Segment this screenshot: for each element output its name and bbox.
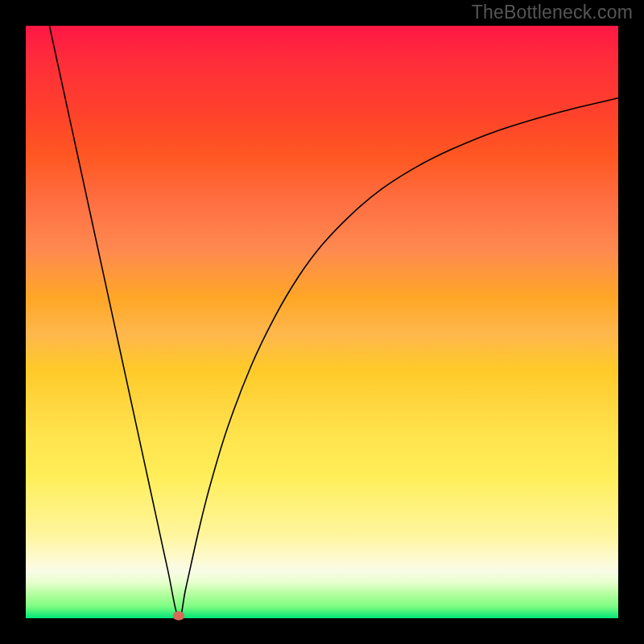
plot-area xyxy=(26,26,618,618)
minimum-marker xyxy=(173,612,184,621)
curve-svg xyxy=(26,26,618,618)
bottleneck-curve xyxy=(49,26,618,618)
chart-frame: TheBottleneck.com xyxy=(0,0,644,644)
watermark-text: TheBottleneck.com xyxy=(472,2,633,23)
